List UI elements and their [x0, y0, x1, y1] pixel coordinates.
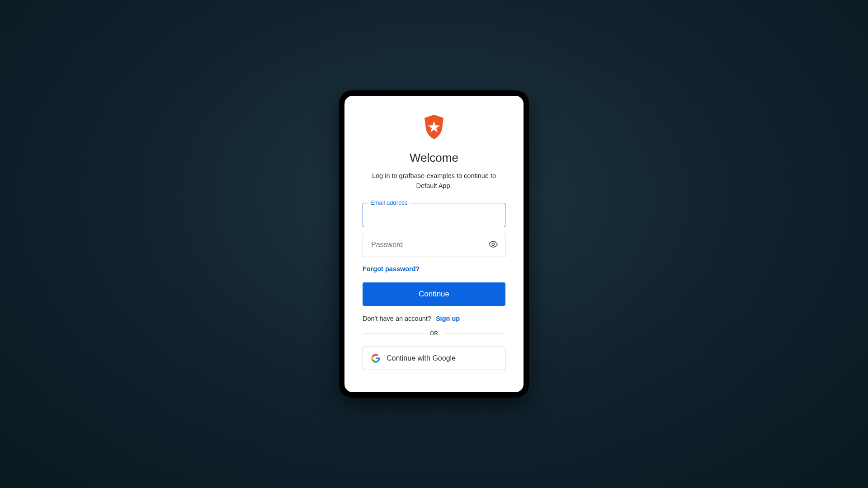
signup-row: Don't have an account? Sign up — [363, 315, 505, 322]
email-label: Email address — [368, 199, 410, 206]
google-icon — [371, 354, 380, 363]
toggle-password-visibility-button[interactable] — [486, 237, 500, 252]
continue-button[interactable]: Continue — [363, 282, 505, 306]
page-subtitle: Log in to grafbase-examples to continue … — [366, 171, 502, 191]
password-field[interactable] — [363, 233, 505, 257]
google-button-label: Continue with Google — [387, 354, 456, 362]
signup-prompt: Don't have an account? — [363, 315, 431, 322]
divider-label: OR — [430, 330, 439, 337]
eye-icon — [488, 239, 498, 249]
forgot-password-link[interactable]: Forgot password? — [363, 265, 505, 272]
svg-point-0 — [492, 243, 495, 245]
password-field-wrap — [363, 233, 505, 257]
login-screen: Welcome Log in to grafbase-examples to c… — [344, 96, 524, 392]
divider: OR — [363, 330, 505, 337]
auth0-logo — [423, 115, 445, 141]
device-frame: Welcome Log in to grafbase-examples to c… — [339, 90, 529, 398]
signup-link[interactable]: Sign up — [436, 315, 460, 322]
email-field-wrap: Email address — [363, 203, 505, 227]
email-field[interactable] — [363, 203, 505, 227]
continue-with-google-button[interactable]: Continue with Google — [363, 347, 505, 370]
page-title: Welcome — [410, 151, 458, 165]
